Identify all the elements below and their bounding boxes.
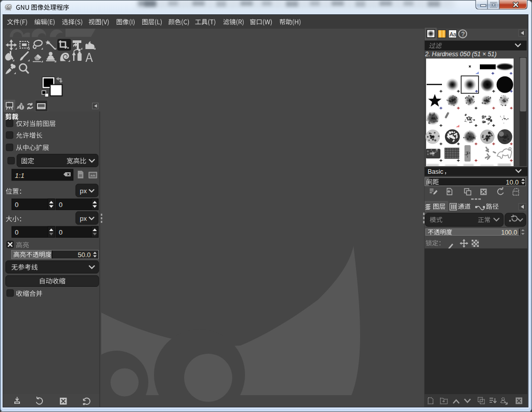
svg-text:?: ? bbox=[461, 31, 465, 38]
svg-text:Basic: Basic bbox=[428, 168, 444, 175]
svg-text:Aa: Aa bbox=[450, 31, 456, 37]
svg-text:10.0: 10.0 bbox=[506, 178, 519, 186]
svg-text:2. Hardness 050 (51 × 51): 2. Hardness 050 (51 × 51) bbox=[425, 51, 497, 58]
svg-text:100.0: 100.0 bbox=[501, 229, 517, 236]
